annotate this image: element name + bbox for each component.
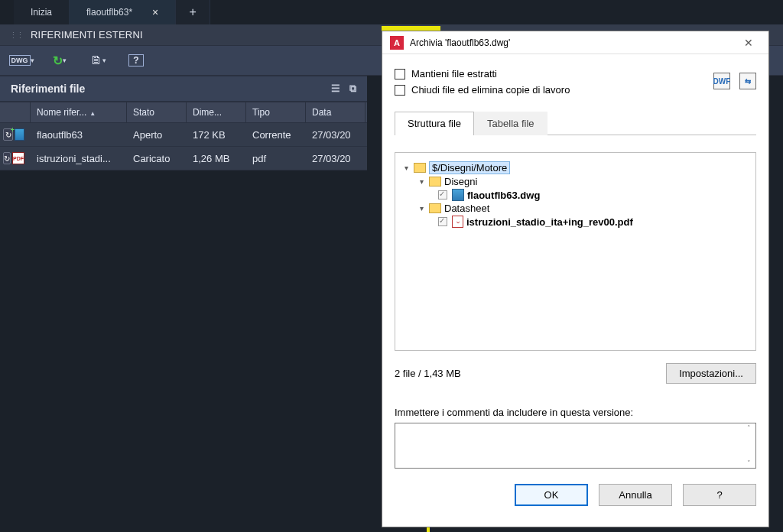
tab-start-label: Inizia: [31, 7, 52, 18]
cell-name: istruzioni_stadi...: [31, 150, 127, 167]
col-state[interactable]: Stato: [127, 102, 187, 122]
scroll-up-icon[interactable]: ˄: [747, 424, 751, 432]
dwg-file-icon: [15, 128, 24, 141]
cell-state: Aperto: [127, 126, 187, 144]
refresh-button[interactable]: ↻: [49, 50, 70, 71]
cell-name: flaoutflb63: [31, 126, 127, 144]
xref-table: Nome rifer...▲ Stato Dime... Tipo Data f…: [0, 102, 367, 170]
tab-start[interactable]: Inizia: [14, 0, 70, 24]
col-icon[interactable]: [0, 102, 31, 122]
caret-down-icon[interactable]: ▾: [401, 164, 411, 172]
tab-file[interactable]: flaoutflb63* ×: [70, 0, 176, 24]
sync-icon[interactable]: ⇆: [739, 73, 756, 89]
tab-structure[interactable]: Struttura file: [395, 112, 474, 135]
cell-size: 172 KB: [187, 126, 246, 144]
comments-textarea[interactable]: ˄˅: [395, 423, 756, 469]
cell-type: Corrente: [246, 126, 306, 144]
attach-dwg-button[interactable]: DWG: [11, 50, 32, 71]
file-refs-title: Riferimenti file: [11, 83, 85, 95]
tree-file[interactable]: flaoutflb63.dwg: [467, 190, 540, 201]
dialog-titlebar[interactable]: A Archivia 'flaoutflb63.dwg' ✕: [382, 31, 768, 54]
cell-date: 27/03/20: [306, 150, 366, 167]
col-type[interactable]: Tipo: [246, 102, 306, 122]
dialog-tabs: Struttura file Tabella file: [395, 111, 756, 135]
cell-size: 1,26 MB: [187, 150, 246, 167]
caret-down-icon[interactable]: ▾: [417, 204, 426, 212]
settings-button[interactable]: Impostazioni...: [666, 363, 756, 384]
highlight-bar: [427, 527, 430, 532]
cell-type: pdf: [246, 150, 306, 167]
file-button[interactable]: 🗎: [87, 50, 109, 71]
caret-down-icon[interactable]: ▾: [417, 177, 426, 186]
pdf-file-icon: PDF: [12, 152, 24, 164]
folder-icon: [429, 203, 441, 213]
file-refs-header: Riferimenti file ☰ ⧉: [0, 76, 367, 102]
help-button[interactable]: ?: [125, 50, 147, 71]
close-delete-checkbox[interactable]: Chiudi file ed elimina copie di lavoro: [395, 84, 756, 96]
dwg-icon: DWG: [9, 55, 31, 66]
file-summary: 2 file / 1,43 MB: [395, 368, 461, 379]
keep-extracted-label: Mantieni file estratti: [411, 68, 497, 79]
tree-root[interactable]: $/Disegni/Motore: [429, 161, 510, 174]
comments-label: Immettere i commenti da includere in que…: [395, 407, 756, 418]
help-icon: ?: [128, 54, 143, 66]
tree-file[interactable]: istruzioni_stadio_ita+ing_rev00.pdf: [466, 216, 633, 228]
help-button[interactable]: ?: [683, 484, 756, 506]
panel-ext-refs-label: RIFERIMENTI ESTERNI: [31, 29, 143, 41]
cell-date: 27/03/20: [306, 126, 366, 144]
grip-icon[interactable]: [9, 29, 26, 41]
list-view-icon[interactable]: ☰: [331, 83, 340, 95]
checkbox-icon: [395, 69, 405, 79]
tree-view-icon[interactable]: ⧉: [349, 83, 356, 95]
dialog-title: Archivia 'flaoutflb63.dwg': [410, 37, 730, 48]
cancel-button[interactable]: Annulla: [599, 484, 672, 506]
checkbox-checked-icon[interactable]: [438, 217, 447, 226]
tab-table[interactable]: Tabella file: [474, 112, 547, 135]
col-name[interactable]: Nome rifer...▲: [31, 102, 127, 122]
cell-state: Caricato: [127, 150, 187, 167]
tree-folder[interactable]: Datasheet: [444, 203, 489, 214]
dwg-file-icon: [452, 189, 464, 201]
new-tab-button[interactable]: +: [176, 0, 210, 24]
checkbox-checked-icon[interactable]: [438, 190, 447, 200]
table-row[interactable]: flaoutflb63 Aperto 172 KB Corrente 27/03…: [0, 123, 367, 147]
folder-icon: [414, 163, 426, 173]
keep-extracted-checkbox[interactable]: Mantieni file estratti: [395, 68, 756, 79]
close-icon[interactable]: ×: [152, 6, 158, 18]
pdf-file-icon: ⌵: [452, 216, 463, 228]
ok-button[interactable]: OK: [515, 484, 588, 506]
app-icon: A: [390, 36, 404, 50]
reload-icon: [3, 152, 11, 164]
col-date[interactable]: Data: [306, 102, 366, 122]
col-size[interactable]: Dime...: [187, 102, 246, 122]
file-tree[interactable]: ▾ $/Disegni/Motore ▾ Disegni flaoutflb63…: [395, 152, 756, 351]
reload-icon: [3, 128, 13, 141]
sort-asc-icon: ▲: [89, 110, 96, 117]
table-row[interactable]: PDF istruzioni_stadi... Caricato 1,26 MB…: [0, 147, 367, 170]
file-tabs: Inizia flaoutflb63* × +: [0, 0, 783, 24]
close-delete-label: Chiudi file ed elimina copie di lavoro: [411, 84, 570, 96]
plus-icon: +: [190, 5, 197, 19]
folder-icon: [429, 177, 441, 187]
dwf-icon[interactable]: DWF: [713, 73, 730, 89]
archive-dialog: A Archivia 'flaoutflb63.dwg' ✕ DWF ⇆ Man…: [382, 31, 769, 527]
refresh-icon: ↻: [53, 54, 63, 68]
checkbox-icon: [395, 85, 405, 96]
close-button[interactable]: ✕: [736, 37, 761, 49]
tree-folder[interactable]: Disegni: [444, 176, 477, 187]
tab-file-label: flaoutflb63*: [86, 7, 132, 18]
file-icon: 🗎: [90, 54, 102, 67]
scroll-down-icon[interactable]: ˅: [747, 459, 751, 467]
